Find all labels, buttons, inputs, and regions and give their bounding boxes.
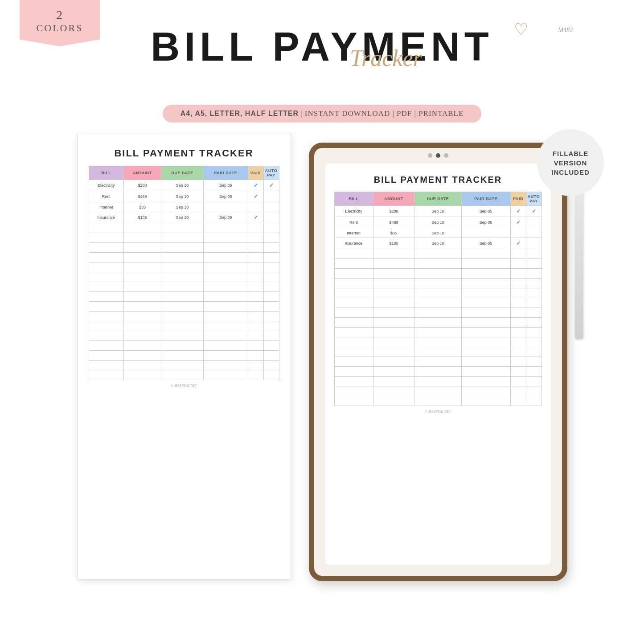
table-row-empty [89,351,279,361]
table-row-empty [89,223,279,233]
cell-paid [248,202,263,212]
table-row-empty [89,361,279,370]
tablet: BILL PAYMENT TRACKER BILL AMOUNT DUE DAT… [309,143,567,581]
tablet-col-amount: AMOUNT [373,192,414,206]
cell-duedate: Sep 10 [414,217,461,228]
main-title: BILL PAYMENT [151,25,493,69]
cell-duedate: Sep 10 [414,228,461,238]
cell-amount: $35 [373,228,414,238]
documents-area: BILL PAYMENT TRACKER BILL AMOUNT DUE DAT… [18,134,626,626]
tablet-wrap: BILL PAYMENT TRACKER BILL AMOUNT DUE DAT… [309,143,567,581]
subtitle-bold: A4, A5, LETTER, HALF LETTER [180,110,299,117]
table-row-empty [89,272,279,282]
cell-paid: ✓ [510,206,526,217]
cell-amount: $489 [373,217,414,228]
table-row: Electricity $200 Sep 10 Sep 05 ✓ ✓ [89,180,279,191]
table-row: Rent $489 Sep 10 Sep 05 ✓ [89,191,279,202]
table-row: Insurance $105 Sep 10 Sep 05 ✓ [334,238,541,249]
cell-autopay: ✓ [263,180,279,191]
cell-paiddate [204,202,248,212]
table-row-empty [89,302,279,312]
cell-bill: Electricity [334,206,373,217]
cell-bill: Insurance [334,238,373,249]
cell-paid: ✓ [248,191,263,202]
camera-dot-1 [428,153,432,158]
cell-amount: $105 [124,212,161,223]
cell-autopay [263,191,279,202]
cell-paiddate: Sep 05 [204,212,248,223]
cell-duedate: Sep 10 [161,180,203,191]
table-row-empty [89,341,279,351]
cell-bill: Rent [334,217,373,228]
cell-bill: Rent [89,191,124,202]
cell-autopay: ✓ [526,206,541,217]
cell-bill: Internet [89,202,124,212]
table-row-empty [334,288,541,298]
cell-autopay [526,238,541,249]
table-row-empty [89,282,279,292]
table-row-empty [334,367,541,377]
cell-paiddate: Sep 05 [204,180,248,191]
cell-duedate: Sep 10 [161,191,203,202]
table-row-empty [334,259,541,269]
col-paid: PAID [248,166,263,180]
table-row-empty [334,357,541,367]
tablet-col-paid: PAID [510,192,526,206]
cell-duedate: Sep 10 [414,206,461,217]
table-row-empty [89,243,279,253]
table-row-empty [334,337,541,347]
table-row-empty [89,312,279,321]
cell-amount: $489 [124,191,161,202]
cell-bill: Internet [334,228,373,238]
paper-tracker-table: BILL AMOUNT DUE DATE PAID DATE PAID AUTO… [89,166,279,380]
table-row-empty [334,269,541,279]
cell-paiddate: Sep 05 [461,217,510,228]
cell-autopay [263,202,279,212]
cell-autopay [526,228,541,238]
cell-paiddate: Sep 05 [461,206,510,217]
cell-bill: Electricity [89,180,124,191]
table-row: Internet $35 Sep 10 [334,228,541,238]
table-row-empty [334,386,541,396]
cell-paid [510,228,526,238]
cell-duedate: Sep 10 [161,202,203,212]
camera-dot-2 [436,153,440,158]
tablet-inner: BILL PAYMENT TRACKER BILL AMOUNT DUE DAT… [325,164,551,565]
cell-bill: Insurance [89,212,124,223]
subtitle-regular: | INSTANT DOWNLOAD | PDF | PRINTABLE [300,109,464,118]
title-area: BILL PAYMENT Tracker [0,27,644,67]
tablet-col-autopay: AUTOPAY [526,192,541,206]
table-row-empty [89,331,279,341]
table-row-empty [89,292,279,302]
cell-paid: ✓ [510,217,526,228]
col-amount: AMOUNT [124,166,161,180]
table-row-empty [334,308,541,318]
tablet-footer: © MRSNEAT.NET [334,410,542,414]
table-row-empty [334,347,541,357]
cell-duedate: Sep 10 [161,212,203,223]
table-row-empty [89,233,279,243]
paper-footer: © MRSNEAT.NET [89,384,279,388]
cell-duedate: Sep 10 [414,238,461,249]
paper-document: BILL PAYMENT TRACKER BILL AMOUNT DUE DAT… [77,134,291,579]
cell-paiddate: Sep 05 [204,191,248,202]
cell-autopay [526,217,541,228]
stylus [575,187,583,339]
table-row-empty [334,328,541,337]
table-row-empty [89,321,279,331]
cell-paiddate [461,228,510,238]
subtitle-bar: A4, A5, LETTER, HALF LETTER | INSTANT DO… [163,105,482,123]
table-row: Insurance $105 Sep 10 Sep 05 ✓ [89,212,279,223]
tablet-tracker-title: BILL PAYMENT TRACKER [334,175,542,185]
table-row-empty [334,279,541,288]
fillable-badge: FILLABLE VERSION INCLUDED [537,129,604,196]
camera-dot-3 [444,153,448,158]
cell-amount: $35 [124,202,161,212]
sub-title: Tracker [350,45,422,71]
col-bill: BILL [89,166,124,180]
tablet-camera-bar [428,153,448,158]
table-row-empty [334,249,541,259]
cell-amount: $105 [373,238,414,249]
table-row-empty [334,318,541,328]
cell-amount: $200 [373,206,414,217]
